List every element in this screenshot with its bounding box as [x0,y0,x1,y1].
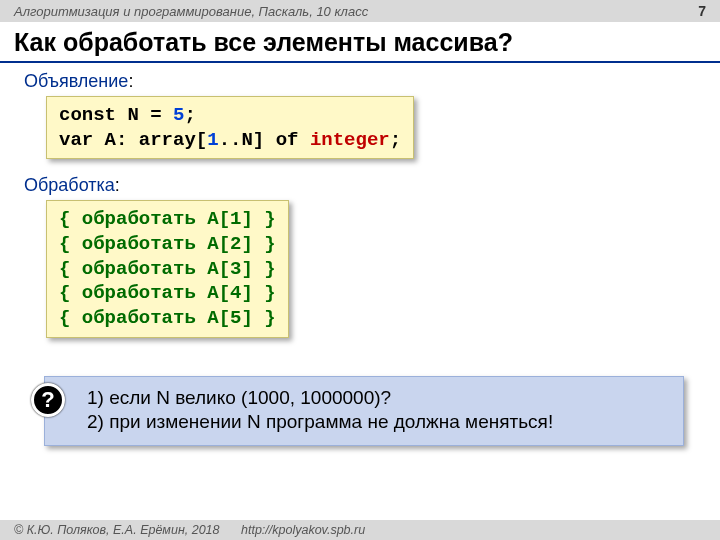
question-icon: ? [31,383,65,417]
page-number: 7 [698,3,706,19]
question-box: ? 1) если N велико (1000, 1000000)? 2) п… [44,376,684,446]
header-bar: Алгоритмизация и программирование, Паска… [0,0,720,22]
processing-label: Обработка: [24,175,706,196]
footer-bar: © К.Ю. Поляков, Е.А. Ерёмин, 2018 http:/… [0,520,720,540]
code-line: { обработать A[4] } [59,281,276,306]
code-line: var A: array[1..N] of integer; [59,128,401,153]
code-line: const N = 5; [59,103,401,128]
declaration-label: Объявление: [24,71,706,92]
code-line: { обработать A[2] } [59,232,276,257]
code-line: { обработать A[1] } [59,207,276,232]
processing-code: { обработать A[1] } { обработать A[2] } … [46,200,289,337]
question-line-1: 1) если N велико (1000, 1000000)? [87,387,665,409]
code-line: { обработать A[5] } [59,306,276,331]
copyright: © К.Ю. Поляков, Е.А. Ерёмин, 2018 [14,523,220,537]
page-title: Как обработать все элементы массива? [0,22,720,63]
declaration-code: const N = 5; var A: array[1..N] of integ… [46,96,414,159]
course-label: Алгоритмизация и программирование, Паска… [14,4,368,19]
footer-link: http://kpolyakov.spb.ru [241,523,365,537]
content-area: Объявление: const N = 5; var A: array[1.… [0,63,720,446]
code-line: { обработать A[3] } [59,257,276,282]
question-line-2: 2) при изменении N программа не должна м… [87,411,665,433]
